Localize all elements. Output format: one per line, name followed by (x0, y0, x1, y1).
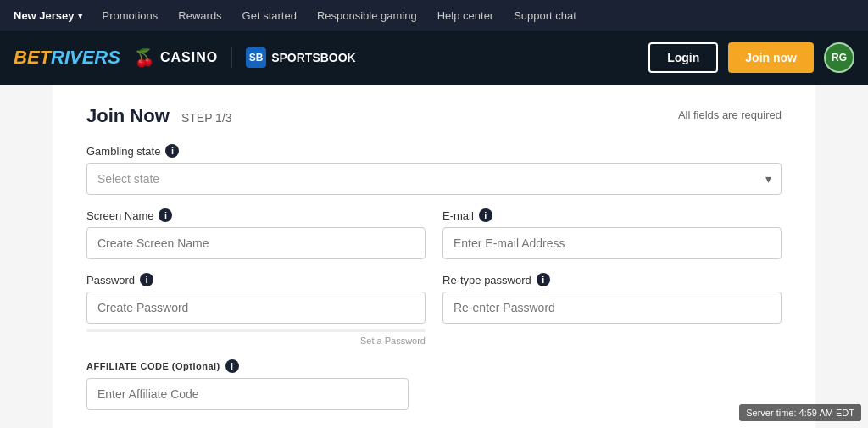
screen-name-section: Screen Name i (86, 208, 426, 259)
state-name: New Jersey (14, 9, 75, 22)
nav-get-started[interactable]: Get started (242, 9, 297, 22)
password-section: Password i Set a Password (86, 273, 426, 346)
retype-password-info-icon[interactable]: i (537, 273, 550, 286)
responsible-gaming-badge[interactable]: RG (824, 42, 854, 73)
form-step: STEP 1/3 (181, 111, 232, 125)
screen-name-info-icon[interactable]: i (159, 208, 172, 222)
nav-help-center[interactable]: Help center (437, 9, 493, 22)
password-row: Password i Set a Password Re-type passwo… (86, 273, 782, 346)
sportsbook-icon: SB (246, 47, 266, 68)
join-now-button[interactable]: Join now (728, 42, 814, 73)
form-title: Join Now STEP 1/3 (86, 105, 232, 126)
email-info-icon[interactable]: i (479, 208, 492, 222)
retype-password-label: Re-type password i (442, 273, 782, 286)
retype-password-input[interactable] (442, 292, 782, 324)
gambling-state-info-icon[interactable]: i (165, 144, 179, 158)
email-section: E-mail i (442, 208, 782, 259)
password-hint: Set a Password (86, 336, 426, 346)
header-actions: Login Join now RG (648, 42, 854, 73)
nav-support-chat[interactable]: Support chat (514, 9, 576, 22)
casino-label: CASINO (160, 50, 218, 65)
nav-rewards[interactable]: Rewards (178, 9, 221, 22)
form-header: Join Now STEP 1/3 All fields are require… (86, 105, 782, 127)
sportsbook-badge[interactable]: SB SPORTSBOOK (231, 47, 356, 68)
password-info-icon[interactable]: i (140, 273, 153, 286)
cherry-icon: 🍒 (134, 47, 155, 68)
nav-responsible-gaming[interactable]: Responsible gaming (317, 9, 417, 22)
affiliate-code-label: AFFILIATE CODE (Optional) i (86, 359, 782, 373)
gambling-state-label: Gambling state i (86, 144, 782, 158)
main-content: Join Now STEP 1/3 All fields are require… (53, 85, 815, 428)
name-email-row: Screen Name i E-mail i (86, 208, 782, 259)
state-selector[interactable]: New Jersey ▾ (14, 9, 82, 22)
form-title-area: Join Now STEP 1/3 (86, 105, 232, 127)
state-select-wrapper: Select state New Jersey Pennsylvania Ill… (86, 163, 782, 195)
screen-name-label: Screen Name i (86, 208, 426, 222)
login-button[interactable]: Login (648, 42, 718, 73)
email-label: E-mail i (442, 208, 782, 222)
server-time: Server time: 4:59 AM EDT (739, 404, 861, 421)
site-header: BETRIVERS 🍒 CASINO SB SPORTSBOOK Login J… (0, 31, 868, 85)
affiliate-code-input[interactable] (86, 378, 409, 410)
password-label: Password i (86, 273, 426, 286)
nav-promotions[interactable]: Promotions (103, 9, 159, 22)
chevron-down-icon: ▾ (78, 11, 82, 20)
required-note: All fields are required (678, 105, 782, 121)
betrivers-logo[interactable]: BETRIVERS (14, 48, 120, 67)
affiliate-code-section: AFFILIATE CODE (Optional) i (86, 359, 782, 410)
casino-badge[interactable]: 🍒 CASINO (134, 47, 218, 68)
password-strength-bar (86, 329, 426, 332)
email-input[interactable] (442, 227, 782, 259)
password-input[interactable] (86, 292, 426, 324)
affiliate-code-info-icon[interactable]: i (225, 359, 239, 373)
screen-name-input[interactable] (86, 227, 426, 259)
retype-password-section: Re-type password i (442, 273, 782, 346)
top-navigation: New Jersey ▾ Promotions Rewards Get star… (0, 0, 868, 31)
sportsbook-label: SPORTSBOOK (271, 51, 356, 64)
gambling-state-section: Gambling state i Select state New Jersey… (86, 144, 782, 195)
gambling-state-select[interactable]: Select state New Jersey Pennsylvania Ill… (86, 163, 782, 195)
header-logos: BETRIVERS 🍒 CASINO SB SPORTSBOOK (14, 47, 356, 68)
